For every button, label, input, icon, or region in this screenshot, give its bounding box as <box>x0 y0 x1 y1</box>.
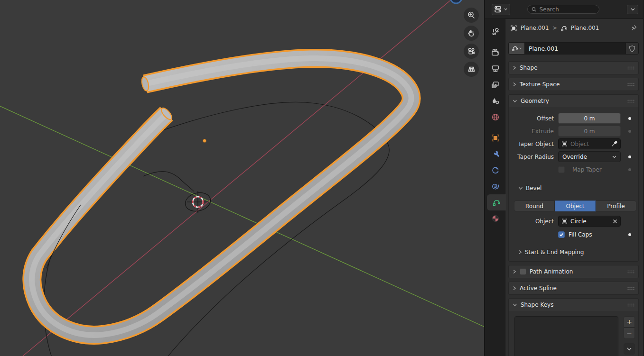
add-shape-key-button[interactable]: + <box>624 316 635 328</box>
start-end-mapping-header[interactable]: Start & End Mapping <box>518 246 638 257</box>
panel-path-animation-header[interactable]: Path Animation <box>509 265 638 278</box>
panel-grip-icon[interactable] <box>627 100 635 103</box>
panel-label: Geometry <box>521 98 549 104</box>
chevron-down-icon <box>631 8 635 11</box>
panel-grip-icon[interactable] <box>627 83 635 86</box>
taper-radius-dropdown[interactable]: Override <box>558 151 621 162</box>
panel-label: Shape Keys <box>521 301 553 308</box>
close-icon[interactable] <box>613 219 617 224</box>
shield-icon <box>629 45 635 52</box>
map-taper-checkbox[interactable] <box>558 166 565 173</box>
tab-output[interactable] <box>485 61 506 77</box>
breadcrumb: Plane.001 > Plane.001 <box>508 22 639 34</box>
panel-grip-icon[interactable] <box>627 303 635 307</box>
pan-button[interactable] <box>464 26 479 41</box>
curve-data-icon <box>512 45 518 52</box>
object-origin-dot[interactable] <box>203 139 206 142</box>
render-icon <box>491 48 500 57</box>
shape-keys-list[interactable] <box>514 316 618 356</box>
breadcrumb-object[interactable]: Plane.001 <box>521 25 549 31</box>
bevel-tab-round[interactable]: Round <box>514 201 555 211</box>
offset-field[interactable]: 0 m <box>558 113 621 124</box>
tab-object[interactable] <box>485 130 506 146</box>
taper-radius-label: Taper Radius <box>509 154 558 160</box>
tab-render[interactable] <box>485 45 506 61</box>
start-end-mapping-label: Start & End Mapping <box>525 249 584 256</box>
panel-shape-header[interactable]: Shape <box>509 62 638 74</box>
chevron-right-icon <box>513 269 516 274</box>
panel-geometry-body: Offset 0 m Extrude 0 m Taper Object <box>509 107 638 261</box>
extrude-field[interactable]: 0 m <box>558 126 621 137</box>
bevel-tab-object[interactable]: Object <box>555 201 596 211</box>
panel-grip-icon[interactable] <box>627 287 635 290</box>
shape-keys-buttons: + − <box>624 316 635 356</box>
tab-modifiers[interactable] <box>485 146 506 162</box>
scene-icon <box>491 97 500 105</box>
bevel-object-field[interactable]: Circle <box>558 216 621 227</box>
editor-type-button[interactable] <box>492 4 510 15</box>
tab-physics[interactable] <box>485 178 506 194</box>
breadcrumb-separator: > <box>552 25 557 31</box>
viewport-3d[interactable] <box>0 0 485 356</box>
zoom-button[interactable] <box>464 8 479 23</box>
nav-gizmo-axis[interactable] <box>450 0 462 3</box>
viewport-nav-buttons <box>464 8 479 77</box>
shape-key-specials-button[interactable] <box>624 343 635 355</box>
taper-object-field[interactable]: Object <box>558 138 621 149</box>
fill-caps-label: Fill Caps <box>569 231 592 238</box>
chevron-right-icon <box>513 65 516 70</box>
tab-world[interactable] <box>485 109 506 125</box>
panel-shape: Shape <box>508 61 639 74</box>
tab-scene[interactable] <box>485 93 506 109</box>
panel-geometry-header[interactable]: Geometry <box>509 95 638 107</box>
fill-caps-decorator-dot[interactable] <box>628 233 631 236</box>
map-taper-decorator-dot <box>628 168 631 171</box>
tab-tool[interactable] <box>485 24 506 40</box>
tab-material[interactable] <box>485 210 506 227</box>
chevron-right-icon <box>518 250 522 255</box>
search-box[interactable] <box>527 5 599 14</box>
offset-decorator-dot[interactable] <box>628 117 631 120</box>
panel-grip-icon[interactable] <box>627 66 635 70</box>
tab-particles[interactable] <box>485 162 506 178</box>
path-animation-checkbox[interactable] <box>520 268 526 275</box>
properties-editor: Plane.001 > Plane.001 <box>485 0 643 356</box>
view-layer-icon <box>491 81 500 89</box>
fake-user-button[interactable] <box>626 42 639 55</box>
bevel-subpanel-header[interactable]: Bevel <box>518 183 638 193</box>
taper-object-label: Taper Object <box>509 141 558 147</box>
properties-header <box>485 0 643 19</box>
remove-shape-key-button[interactable]: − <box>624 328 635 339</box>
panel-shape-keys-header[interactable]: Shape Keys <box>509 299 638 311</box>
selected-curve-tube[interactable] <box>32 58 411 335</box>
taper-radius-decorator-dot[interactable] <box>628 155 631 158</box>
chevron-down-icon <box>612 155 616 158</box>
tab-view-layer[interactable] <box>485 77 506 93</box>
eyedropper-icon[interactable] <box>611 141 617 147</box>
panel-grip-icon[interactable] <box>627 270 635 274</box>
bevel-tab-profile[interactable]: Profile <box>596 201 636 211</box>
datablock-menu-button[interactable] <box>508 42 524 55</box>
offset-label: Offset <box>509 115 558 122</box>
fill-caps-checkbox[interactable] <box>558 231 565 238</box>
chevron-down-icon <box>519 47 522 49</box>
panel-texture-space-header[interactable]: Texture Space <box>509 78 638 91</box>
header-menu-button[interactable] <box>627 5 638 14</box>
chevron-right-icon <box>513 82 516 87</box>
taper-radius-row: Taper Radius Override <box>509 151 638 162</box>
blender-window: Plane.001 > Plane.001 <box>0 0 644 356</box>
panel-active-spline-header[interactable]: Active Spline <box>509 282 638 294</box>
chevron-down-icon <box>518 186 523 190</box>
tab-object-data-curve[interactable] <box>487 194 506 210</box>
camera-view-button[interactable] <box>464 44 479 59</box>
axis-x-line <box>23 0 451 356</box>
curve-data-icon <box>560 25 568 32</box>
bevel-object-label: Object <box>509 218 558 225</box>
breadcrumb-data[interactable]: Plane.001 <box>571 25 599 31</box>
toggle-ortho-button[interactable] <box>464 62 479 77</box>
pin-button[interactable] <box>630 25 637 31</box>
check-icon <box>559 233 564 237</box>
datablock-name-input[interactable] <box>524 42 626 55</box>
chevron-down-icon <box>513 99 517 103</box>
search-input[interactable] <box>540 6 595 13</box>
